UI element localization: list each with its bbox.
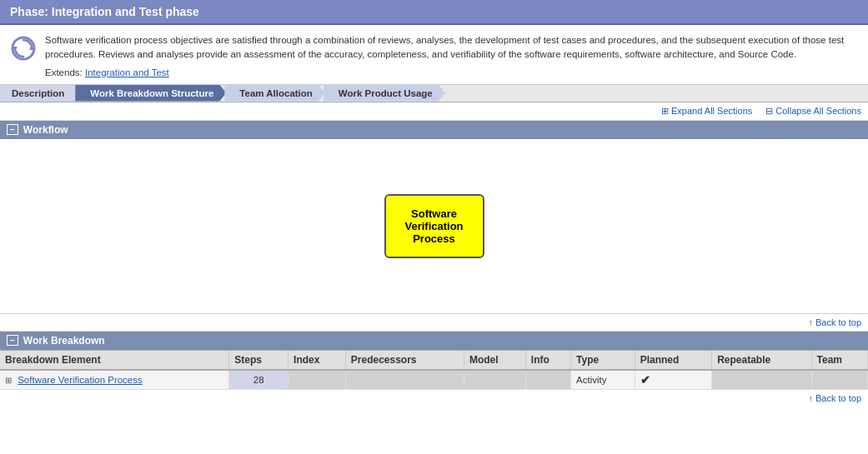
- col-model: Model: [464, 351, 525, 370]
- workflow-section-header: − Workflow: [0, 121, 868, 139]
- tab-work-product-usage[interactable]: Work Product Usage: [324, 85, 445, 102]
- cell-steps: 28: [229, 370, 288, 389]
- col-steps: Steps: [229, 351, 288, 370]
- cell-element: ⊞ Software Verification Process: [0, 370, 229, 389]
- workflow-label: Workflow: [23, 124, 68, 136]
- workflow-toggle[interactable]: −: [7, 124, 18, 135]
- process-line2: Verification: [404, 220, 463, 232]
- collapse-icon: ⊟: [765, 106, 773, 117]
- extends-line: Extends: Integration and Test: [45, 67, 858, 77]
- col-repeatable: Repeatable: [712, 351, 811, 370]
- description-text: Software verification process objectives…: [45, 33, 858, 62]
- back-to-top-link[interactable]: ↑ Back to top: [808, 317, 861, 327]
- cell-predecessors: [345, 370, 464, 389]
- collapse-all-button[interactable]: ⊟ Collapse All Sections: [765, 106, 861, 117]
- table-row: ⊞ Software Verification Process 28 Activ…: [0, 370, 868, 389]
- collapse-label: Collapse All Sections: [775, 106, 861, 116]
- toolbar-row: ⊞ Expand All Sections ⊟ Collapse All Sec…: [0, 102, 868, 121]
- expand-row-icon[interactable]: ⊞: [5, 376, 12, 385]
- expand-label: Expand All Sections: [671, 106, 752, 116]
- wb-section-header: − Work Breakdown: [0, 332, 868, 351]
- workflow-area: Software Verification Process: [0, 139, 868, 314]
- col-type: Type: [571, 351, 635, 370]
- expand-all-button[interactable]: ⊞ Expand All Sections: [661, 106, 752, 117]
- cell-repeatable: [712, 370, 811, 389]
- phase-header: Phase: Integration and Test phase: [0, 0, 868, 25]
- bottom-back-to-top-link[interactable]: ↑ Back to top: [808, 393, 861, 403]
- process-box[interactable]: Software Verification Process: [384, 194, 484, 258]
- wb-toggle[interactable]: −: [7, 335, 18, 346]
- extends-link[interactable]: Integration and Test: [85, 67, 169, 77]
- extends-label: Extends:: [45, 67, 83, 77]
- tab-work-breakdown-structure[interactable]: Work Breakdown Structure: [75, 85, 226, 102]
- process-line3: Process: [413, 232, 455, 245]
- refresh-icon: [10, 35, 37, 62]
- back-to-top-row: ↑ Back to top: [0, 314, 868, 332]
- cell-model: [464, 370, 525, 389]
- cell-index: [288, 370, 346, 389]
- cell-planned: ✔: [635, 370, 712, 389]
- element-link[interactable]: Software Verification Process: [18, 375, 143, 385]
- description-content: Software verification process objectives…: [45, 33, 858, 77]
- table-header-row: Breakdown Element Steps Index Predecesso…: [0, 351, 868, 370]
- col-index: Index: [288, 351, 346, 370]
- col-predecessors: Predecessors: [345, 351, 464, 370]
- process-line1: Software: [411, 207, 457, 220]
- wb-table: Breakdown Element Steps Index Predecesso…: [0, 351, 868, 389]
- tab-team-allocation[interactable]: Team Allocation: [224, 85, 325, 102]
- description-area: Software verification process objectives…: [0, 25, 868, 85]
- wb-label: Work Breakdown: [23, 335, 105, 347]
- col-planned: Planned: [635, 351, 712, 370]
- cell-team: [811, 370, 867, 389]
- col-breakdown-element: Breakdown Element: [0, 351, 229, 370]
- cell-type: Activity: [571, 370, 635, 389]
- tab-description[interactable]: Description: [0, 85, 77, 102]
- tabs-bar: Description Work Breakdown Structure Tea…: [0, 85, 868, 102]
- col-team: Team: [811, 351, 867, 370]
- bottom-bar: ↑ Back to top: [0, 389, 868, 407]
- expand-icon: ⊞: [661, 106, 669, 117]
- cell-info: [525, 370, 570, 389]
- col-info: Info: [525, 351, 570, 370]
- planned-check: ✔: [640, 373, 650, 387]
